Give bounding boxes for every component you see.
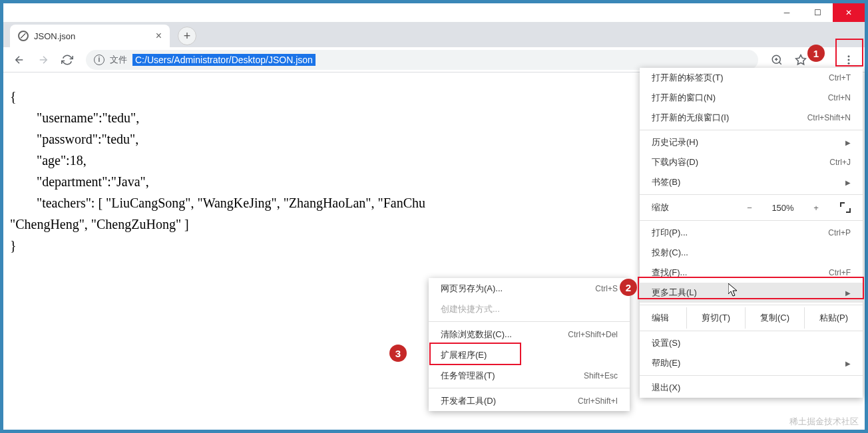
- menu-cut[interactable]: 剪切(T): [686, 307, 745, 329]
- menu-help[interactable]: 帮助(E)▶: [640, 353, 863, 373]
- minimize-button[interactable]: ─: [771, 3, 802, 22]
- tab-strip: JSON.json × +: [3, 22, 865, 47]
- tab-title: JSON.json: [34, 31, 150, 41]
- browser-tab[interactable]: JSON.json ×: [10, 25, 170, 47]
- forward-button[interactable]: [33, 49, 54, 71]
- cursor-icon: [728, 283, 740, 298]
- zoom-indicator-icon[interactable]: [766, 49, 787, 71]
- url-scheme-label: 文件: [110, 54, 127, 66]
- menu-zoom-row: 缩放 − 150% +: [640, 197, 863, 218]
- menu-incognito[interactable]: 打开新的无痕窗口(I)Ctrl+Shift+N: [640, 108, 863, 128]
- submenu-save-as[interactable]: 网页另存为(A)...Ctrl+S: [429, 278, 630, 299]
- menu-downloads[interactable]: 下载内容(D)Ctrl+J: [640, 152, 863, 172]
- back-button[interactable]: [9, 49, 30, 71]
- annotation-badge-3: 3: [389, 345, 407, 362]
- annotation-badge-1: 1: [807, 45, 825, 62]
- menu-bookmarks[interactable]: 书签(B)▶: [640, 172, 863, 192]
- url-text: C:/Users/Administrator/Desktop/JSON.json: [132, 54, 316, 66]
- annotation-box-1: [835, 39, 863, 67]
- fullscreen-icon[interactable]: [840, 202, 851, 213]
- annotation-box-3: [429, 343, 521, 365]
- annotation-badge-2: 2: [620, 279, 637, 296]
- new-tab-button[interactable]: +: [178, 27, 196, 45]
- menu-copy[interactable]: 复制(C): [745, 307, 803, 329]
- menu-exit[interactable]: 退出(X): [640, 378, 863, 398]
- window-titlebar: ─ ☐ ✕: [3, 3, 865, 22]
- chrome-main-menu: 打开新的标签页(T)Ctrl+T 打开新的窗口(N)Ctrl+N 打开新的无痕窗…: [640, 68, 863, 398]
- submenu-create-shortcut: 创建快捷方式...: [429, 299, 630, 319]
- submenu-clear-data[interactable]: 清除浏览数据(C)...Ctrl+Shift+Del: [429, 324, 630, 345]
- submenu-task-manager[interactable]: 任务管理器(T)Shift+Esc: [429, 365, 630, 386]
- address-bar[interactable]: i 文件 C:/Users/Administrator/Desktop/JSON…: [86, 50, 758, 70]
- menu-edit-row: 编辑 剪切(T) 复制(C) 粘贴(P): [640, 307, 863, 329]
- close-window-button[interactable]: ✕: [833, 3, 865, 22]
- globe-icon: [18, 31, 29, 41]
- menu-cast[interactable]: 投射(C)...: [640, 243, 863, 263]
- reload-button[interactable]: [57, 49, 78, 71]
- menu-new-tab[interactable]: 打开新的标签页(T)Ctrl+T: [640, 68, 863, 88]
- annotation-box-2: [638, 277, 864, 299]
- info-icon[interactable]: i: [94, 55, 105, 65]
- menu-paste[interactable]: 粘贴(P): [804, 307, 863, 329]
- close-tab-icon[interactable]: ×: [156, 30, 162, 42]
- maximize-button[interactable]: ☐: [802, 3, 833, 22]
- zoom-out-button[interactable]: −: [743, 203, 756, 213]
- menu-settings[interactable]: 设置(S): [640, 333, 863, 353]
- menu-new-window[interactable]: 打开新的窗口(N)Ctrl+N: [640, 88, 863, 108]
- zoom-in-button[interactable]: +: [809, 203, 823, 213]
- menu-print[interactable]: 打印(P)...Ctrl+P: [640, 223, 863, 243]
- zoom-value: 150%: [768, 203, 797, 213]
- submenu-dev-tools[interactable]: 开发者工具(D)Ctrl+Shift+I: [429, 390, 630, 411]
- watermark-text: 稀土掘金技术社区: [789, 416, 859, 428]
- menu-history[interactable]: 历史记录(H)▶: [640, 132, 863, 152]
